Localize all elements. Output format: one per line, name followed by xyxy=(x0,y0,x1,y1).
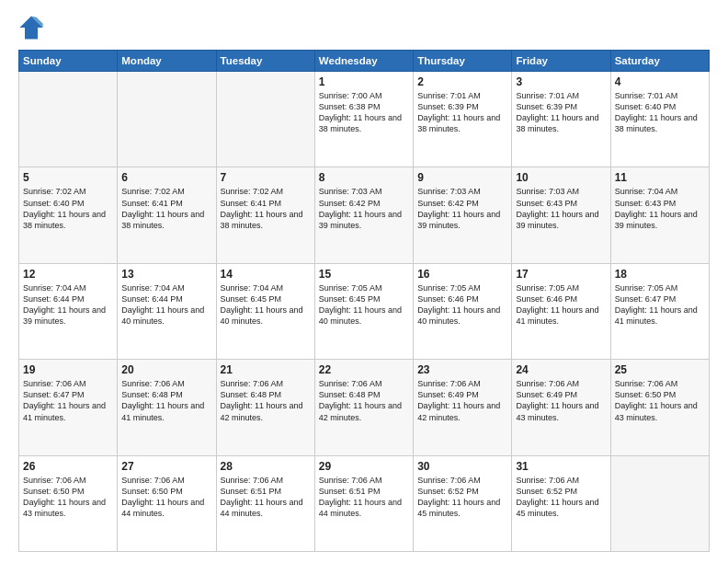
calendar-day-cell: 14Sunrise: 7:04 AMSunset: 6:45 PMDayligh… xyxy=(216,263,314,359)
day-number: 8 xyxy=(319,171,409,184)
day-number: 27 xyxy=(121,460,211,473)
calendar-day-cell: 16Sunrise: 7:05 AMSunset: 6:46 PMDayligh… xyxy=(414,263,512,359)
day-info: Sunrise: 7:06 AMSunset: 6:50 PMDaylight:… xyxy=(23,475,113,520)
day-number: 17 xyxy=(516,268,606,281)
calendar-day-cell: 27Sunrise: 7:06 AMSunset: 6:50 PMDayligh… xyxy=(118,455,216,551)
calendar-day-cell: 19Sunrise: 7:06 AMSunset: 6:47 PMDayligh… xyxy=(19,360,118,455)
day-info: Sunrise: 7:06 AMSunset: 6:50 PMDaylight:… xyxy=(121,475,211,520)
calendar-day-cell xyxy=(19,72,118,167)
day-info: Sunrise: 7:06 AMSunset: 6:48 PMDaylight:… xyxy=(319,378,409,423)
day-info: Sunrise: 7:05 AMSunset: 6:47 PMDaylight:… xyxy=(615,282,705,327)
day-number: 16 xyxy=(417,268,507,281)
day-info: Sunrise: 7:06 AMSunset: 6:50 PMDaylight:… xyxy=(615,378,705,423)
weekday-header: Tuesday xyxy=(216,51,314,72)
calendar-day-cell: 20Sunrise: 7:06 AMSunset: 6:48 PMDayligh… xyxy=(118,360,216,455)
day-number: 15 xyxy=(319,268,409,281)
day-number: 4 xyxy=(615,75,705,88)
day-info: Sunrise: 7:06 AMSunset: 6:52 PMDaylight:… xyxy=(516,475,606,520)
day-info: Sunrise: 7:04 AMSunset: 6:45 PMDaylight:… xyxy=(221,282,311,327)
day-info: Sunrise: 7:04 AMSunset: 6:44 PMDaylight:… xyxy=(121,282,211,327)
logo xyxy=(18,15,48,40)
day-info: Sunrise: 7:01 AMSunset: 6:40 PMDaylight:… xyxy=(615,90,705,135)
day-info: Sunrise: 7:00 AMSunset: 6:38 PMDaylight:… xyxy=(319,90,409,135)
calendar-day-cell: 3Sunrise: 7:01 AMSunset: 6:39 PMDaylight… xyxy=(512,72,610,167)
day-number: 1 xyxy=(319,75,409,88)
calendar-week-row: 5Sunrise: 7:02 AMSunset: 6:40 PMDaylight… xyxy=(19,167,710,263)
calendar-day-cell: 6Sunrise: 7:02 AMSunset: 6:41 PMDaylight… xyxy=(118,167,216,263)
day-info: Sunrise: 7:01 AMSunset: 6:39 PMDaylight:… xyxy=(516,90,606,135)
calendar-day-cell: 25Sunrise: 7:06 AMSunset: 6:50 PMDayligh… xyxy=(610,360,709,455)
calendar-day-cell: 21Sunrise: 7:06 AMSunset: 6:48 PMDayligh… xyxy=(216,360,314,455)
day-info: Sunrise: 7:06 AMSunset: 6:49 PMDaylight:… xyxy=(417,378,507,423)
calendar-header-row: SundayMondayTuesdayWednesdayThursdayFrid… xyxy=(19,51,710,72)
calendar-day-cell: 13Sunrise: 7:04 AMSunset: 6:44 PMDayligh… xyxy=(118,263,216,359)
calendar-day-cell: 7Sunrise: 7:02 AMSunset: 6:41 PMDaylight… xyxy=(216,167,314,263)
weekday-header: Wednesday xyxy=(314,51,413,72)
day-number: 20 xyxy=(121,363,211,376)
calendar-day-cell: 17Sunrise: 7:05 AMSunset: 6:46 PMDayligh… xyxy=(512,263,610,359)
calendar-week-row: 26Sunrise: 7:06 AMSunset: 6:50 PMDayligh… xyxy=(19,455,710,551)
weekday-header: Monday xyxy=(118,51,216,72)
page: SundayMondayTuesdayWednesdayThursdayFrid… xyxy=(0,0,728,563)
header xyxy=(18,15,710,40)
svg-marker-0 xyxy=(19,16,42,39)
day-number: 29 xyxy=(319,460,409,473)
day-info: Sunrise: 7:06 AMSunset: 6:52 PMDaylight:… xyxy=(417,475,507,520)
calendar-day-cell xyxy=(118,72,216,167)
day-number: 22 xyxy=(319,363,409,376)
calendar-day-cell: 12Sunrise: 7:04 AMSunset: 6:44 PMDayligh… xyxy=(19,263,118,359)
weekday-header: Saturday xyxy=(610,51,709,72)
day-number: 13 xyxy=(121,268,211,281)
day-info: Sunrise: 7:06 AMSunset: 6:48 PMDaylight:… xyxy=(221,378,311,423)
calendar-week-row: 12Sunrise: 7:04 AMSunset: 6:44 PMDayligh… xyxy=(19,263,710,359)
calendar-day-cell: 31Sunrise: 7:06 AMSunset: 6:52 PMDayligh… xyxy=(512,455,610,551)
calendar-week-row: 19Sunrise: 7:06 AMSunset: 6:47 PMDayligh… xyxy=(19,360,710,455)
calendar-day-cell: 8Sunrise: 7:03 AMSunset: 6:42 PMDaylight… xyxy=(314,167,413,263)
day-number: 9 xyxy=(417,171,507,184)
day-number: 19 xyxy=(23,363,113,376)
calendar-day-cell: 18Sunrise: 7:05 AMSunset: 6:47 PMDayligh… xyxy=(610,263,709,359)
day-info: Sunrise: 7:02 AMSunset: 6:41 PMDaylight:… xyxy=(221,186,311,231)
logo-icon xyxy=(18,15,44,40)
weekday-header: Sunday xyxy=(19,51,118,72)
weekday-header: Thursday xyxy=(414,51,512,72)
calendar-day-cell: 11Sunrise: 7:04 AMSunset: 6:43 PMDayligh… xyxy=(610,167,709,263)
day-number: 12 xyxy=(23,268,113,281)
day-info: Sunrise: 7:04 AMSunset: 6:43 PMDaylight:… xyxy=(615,186,705,231)
day-number: 2 xyxy=(417,75,507,88)
day-number: 18 xyxy=(615,268,705,281)
day-info: Sunrise: 7:03 AMSunset: 6:42 PMDaylight:… xyxy=(417,186,507,231)
day-info: Sunrise: 7:06 AMSunset: 6:49 PMDaylight:… xyxy=(516,378,606,423)
day-number: 30 xyxy=(417,460,507,473)
calendar-day-cell: 22Sunrise: 7:06 AMSunset: 6:48 PMDayligh… xyxy=(314,360,413,455)
calendar-day-cell xyxy=(610,455,709,551)
day-number: 11 xyxy=(615,171,705,184)
day-number: 25 xyxy=(615,363,705,376)
day-info: Sunrise: 7:03 AMSunset: 6:42 PMDaylight:… xyxy=(319,186,409,231)
day-number: 24 xyxy=(516,363,606,376)
calendar-day-cell: 5Sunrise: 7:02 AMSunset: 6:40 PMDaylight… xyxy=(19,167,118,263)
day-number: 5 xyxy=(23,171,113,184)
day-info: Sunrise: 7:06 AMSunset: 6:48 PMDaylight:… xyxy=(121,378,211,423)
calendar-day-cell: 30Sunrise: 7:06 AMSunset: 6:52 PMDayligh… xyxy=(414,455,512,551)
calendar-day-cell: 10Sunrise: 7:03 AMSunset: 6:43 PMDayligh… xyxy=(512,167,610,263)
calendar-day-cell: 28Sunrise: 7:06 AMSunset: 6:51 PMDayligh… xyxy=(216,455,314,551)
day-number: 28 xyxy=(221,460,311,473)
day-info: Sunrise: 7:03 AMSunset: 6:43 PMDaylight:… xyxy=(516,186,606,231)
calendar-day-cell: 23Sunrise: 7:06 AMSunset: 6:49 PMDayligh… xyxy=(414,360,512,455)
weekday-header: Friday xyxy=(512,51,610,72)
day-number: 21 xyxy=(221,363,311,376)
calendar-day-cell xyxy=(216,72,314,167)
calendar-day-cell: 9Sunrise: 7:03 AMSunset: 6:42 PMDaylight… xyxy=(414,167,512,263)
day-info: Sunrise: 7:05 AMSunset: 6:46 PMDaylight:… xyxy=(516,282,606,327)
day-number: 23 xyxy=(417,363,507,376)
calendar-day-cell: 26Sunrise: 7:06 AMSunset: 6:50 PMDayligh… xyxy=(19,455,118,551)
day-number: 3 xyxy=(516,75,606,88)
day-info: Sunrise: 7:02 AMSunset: 6:41 PMDaylight:… xyxy=(121,186,211,231)
day-info: Sunrise: 7:05 AMSunset: 6:46 PMDaylight:… xyxy=(417,282,507,327)
calendar-day-cell: 4Sunrise: 7:01 AMSunset: 6:40 PMDaylight… xyxy=(610,72,709,167)
day-info: Sunrise: 7:06 AMSunset: 6:51 PMDaylight:… xyxy=(319,475,409,520)
day-number: 26 xyxy=(23,460,113,473)
day-info: Sunrise: 7:02 AMSunset: 6:40 PMDaylight:… xyxy=(23,186,113,231)
day-number: 31 xyxy=(516,460,606,473)
